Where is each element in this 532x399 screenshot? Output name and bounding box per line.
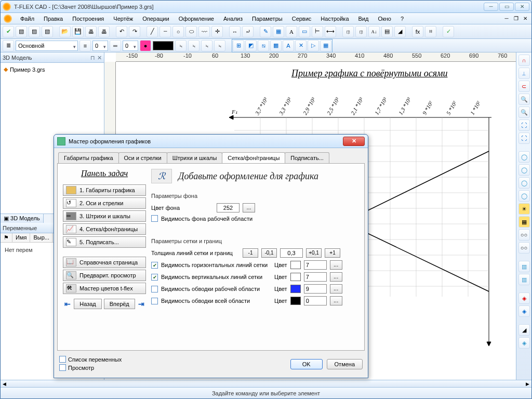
tool-check-icon[interactable]: ✓ bbox=[443, 26, 454, 37]
view7-icon[interactable]: ○○ bbox=[518, 229, 530, 241]
snap1-icon[interactable]: ⊞ bbox=[233, 40, 244, 51]
filter3-icon[interactable]: ⍀ bbox=[201, 40, 212, 51]
preview-checkbox[interactable] bbox=[59, 364, 66, 371]
view8-icon[interactable]: ○○ bbox=[518, 242, 530, 254]
menu-edit[interactable]: Правка bbox=[39, 15, 67, 23]
thickness-input[interactable]: 0,3 bbox=[280, 248, 303, 258]
tool-aa-icon[interactable]: A↓ bbox=[368, 26, 380, 37]
view6-icon[interactable]: ▦ bbox=[518, 216, 530, 228]
scrollbar-h[interactable]: ◀▶ bbox=[1, 380, 531, 387]
tool-block2-icon[interactable]: ⎅ bbox=[355, 26, 367, 37]
fullarea-border-checkbox[interactable] bbox=[151, 298, 158, 304]
bg-color-input[interactable]: 252 bbox=[217, 203, 240, 212]
tool-undo-icon[interactable]: ↶ bbox=[116, 26, 127, 37]
hgrid-swatch[interactable] bbox=[290, 261, 301, 269]
cube3-icon[interactable]: ◈ bbox=[518, 337, 530, 349]
lineweight-dropdown[interactable]: 0 bbox=[123, 41, 138, 51]
task-ticks[interactable]: ═3. Штрихи и шкалы bbox=[63, 210, 146, 222]
tab-3d-model[interactable]: ▣ 3D Модель bbox=[1, 214, 44, 223]
hgrid-color-input[interactable]: 7 bbox=[304, 260, 327, 270]
view2-icon[interactable]: ◯ bbox=[518, 164, 530, 176]
menu-formatting[interactable]: Оформление bbox=[175, 15, 218, 23]
menu-file[interactable]: Файл bbox=[16, 15, 38, 23]
vgrid-swatch[interactable] bbox=[290, 273, 301, 281]
tool-save-icon[interactable]: 💾 bbox=[72, 26, 84, 37]
magnet-icon[interactable]: ∩ bbox=[518, 55, 530, 66]
layers-icon[interactable]: ▥ bbox=[518, 261, 530, 272]
snap8-icon[interactable]: ▦ bbox=[320, 40, 331, 51]
zoomin-icon[interactable]: 🔍 bbox=[518, 94, 530, 105]
cancel-button[interactable]: Отмена bbox=[327, 359, 363, 369]
tool-fx-icon[interactable]: fx bbox=[412, 26, 423, 37]
pin-icon[interactable]: ⟂ bbox=[518, 68, 530, 79]
hgrid-checkbox[interactable]: ✔ bbox=[151, 262, 158, 269]
filter1-icon[interactable]: ⍀ bbox=[175, 40, 187, 51]
close-button[interactable]: ✕ bbox=[515, 3, 529, 11]
tool-weld-icon[interactable]: ◢ bbox=[394, 26, 406, 37]
tool-calc-icon[interactable]: ⌗ bbox=[425, 26, 436, 37]
dialog-close-button[interactable]: ✕ bbox=[343, 137, 365, 146]
tool-print2-icon[interactable]: 🖶 bbox=[98, 26, 110, 37]
fullarea-color-input[interactable]: 0 bbox=[304, 296, 327, 305]
snap5-icon[interactable]: A bbox=[283, 40, 294, 51]
nav-back[interactable]: Назад bbox=[74, 299, 102, 309]
ok-button[interactable]: OK bbox=[290, 359, 323, 369]
menu-drawing[interactable]: Чертёж bbox=[109, 15, 137, 23]
view4-icon[interactable]: ◯ bbox=[518, 190, 530, 202]
mdi-close[interactable]: ✕ bbox=[521, 15, 529, 22]
color-icon[interactable]: ● bbox=[140, 40, 151, 51]
tab-grid[interactable]: Сетка/фон/границы bbox=[222, 152, 285, 163]
thickness-plus1[interactable]: +1 bbox=[325, 248, 340, 258]
tool-new3-icon[interactable]: ▧ bbox=[42, 26, 53, 37]
snap6-icon[interactable]: ✕ bbox=[295, 40, 307, 51]
menu-settings[interactable]: Настройка bbox=[316, 15, 353, 23]
snap2-icon[interactable]: ◩ bbox=[245, 40, 257, 51]
minimize-button[interactable]: ─ bbox=[484, 3, 498, 11]
tool-new2-icon[interactable]: ▨ bbox=[29, 26, 40, 37]
snap3-icon[interactable]: ⧅ bbox=[258, 40, 269, 51]
view3-icon[interactable]: ◯ bbox=[518, 177, 530, 189]
thickness-minus1[interactable]: -1 bbox=[243, 248, 258, 258]
layer-icon[interactable]: ≣ bbox=[3, 40, 14, 51]
workarea-color-input[interactable]: 9 bbox=[304, 284, 327, 294]
mdi-restore[interactable]: ❐ bbox=[512, 15, 520, 22]
tool-text-icon[interactable]: A bbox=[286, 26, 297, 37]
zoomout-icon[interactable]: 🔍 bbox=[518, 107, 530, 118]
linetype-icon[interactable]: ≡ bbox=[79, 40, 91, 51]
menu-view[interactable]: Вид bbox=[354, 15, 373, 23]
cube1-icon[interactable]: ◈ bbox=[518, 292, 530, 304]
tool-print-icon[interactable]: 🖶 bbox=[85, 26, 97, 37]
tool-line-icon[interactable]: ╱ bbox=[147, 26, 158, 37]
tool-dashline-icon[interactable]: ┄ bbox=[159, 26, 171, 37]
bg-visibility-checkbox[interactable] bbox=[151, 215, 158, 222]
task-labels[interactable]: ✎5. Подписать... bbox=[63, 236, 146, 248]
tool-sketch-icon[interactable]: ✎ bbox=[260, 26, 271, 37]
tool-hatch-icon[interactable]: ▦ bbox=[273, 26, 284, 37]
tool-point-icon[interactable]: ✛ bbox=[211, 26, 223, 37]
task-preview[interactable]: 🔍Предварит. просмотр bbox=[63, 270, 146, 281]
task-colors[interactable]: 🛠Мастер цветов t-flex bbox=[63, 283, 146, 294]
varlist-checkbox[interactable] bbox=[59, 356, 66, 363]
task-grid[interactable]: 📈4. Сетка/фон/границы bbox=[63, 223, 146, 235]
tool-ellipse-icon[interactable]: ⬭ bbox=[185, 26, 197, 37]
fit-icon[interactable]: ⛶ bbox=[518, 119, 530, 131]
tool-redo-icon[interactable]: ↷ bbox=[129, 26, 140, 37]
tab-ticks[interactable]: Штрихи и шкалы bbox=[167, 152, 223, 163]
vgrid-color-browse[interactable]: ... bbox=[330, 272, 342, 282]
panel-close-icon[interactable]: ✕ bbox=[97, 52, 102, 63]
vgrid-color-input[interactable]: 7 bbox=[304, 272, 327, 282]
bg-color-browse[interactable]: ... bbox=[243, 203, 255, 212]
tool-arc-icon[interactable]: ⤾ bbox=[242, 26, 254, 37]
tab-labels[interactable]: Подписать... bbox=[285, 152, 329, 163]
workarea-color-browse[interactable]: ... bbox=[330, 284, 342, 294]
linetype-dropdown[interactable]: 0 bbox=[92, 41, 108, 51]
tool-open-icon[interactable]: 📂 bbox=[59, 26, 71, 37]
nav-last[interactable]: ⇥ bbox=[137, 298, 146, 310]
vgrid-checkbox[interactable]: ✔ bbox=[151, 274, 158, 281]
task-help[interactable]: 📖Справочная страница bbox=[63, 257, 146, 268]
task-axes[interactable]: ↺2. Оси и стрелки bbox=[63, 197, 146, 209]
shade-icon[interactable]: ◢ bbox=[518, 324, 530, 336]
lineweight-icon[interactable]: ═ bbox=[110, 40, 121, 51]
filter2-icon[interactable]: ⍀ bbox=[188, 40, 200, 51]
nav-forward[interactable]: Вперёд bbox=[104, 299, 135, 309]
